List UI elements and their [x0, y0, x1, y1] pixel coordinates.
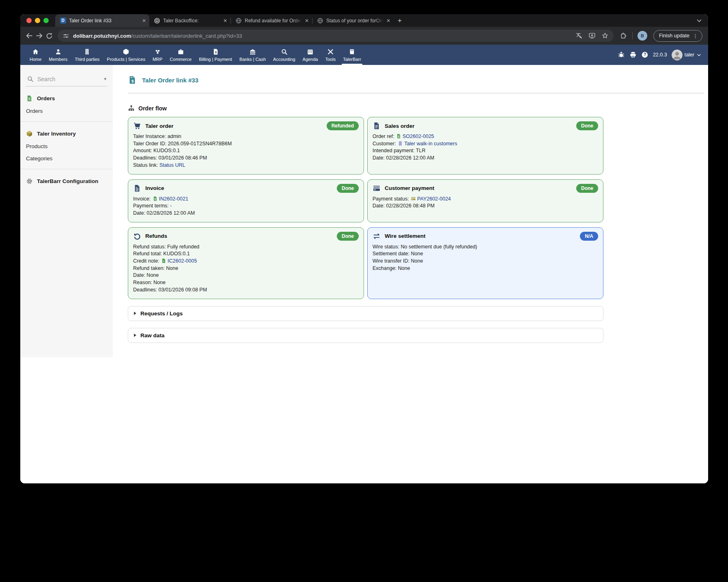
tab-close-icon[interactable]: ✕ [386, 18, 390, 24]
status-badge: Done [576, 184, 598, 193]
version-label: 22.0.3 [653, 52, 667, 58]
top-menu-mrp[interactable]: MRP [149, 45, 166, 65]
reload-button[interactable] [45, 32, 53, 40]
row-link[interactable]: SO2602-0025 [403, 134, 434, 139]
browser-tab[interactable]: Taler Backoffice:✕ [149, 14, 230, 27]
top-menu-commerce[interactable]: Commerce [166, 45, 195, 65]
card-title: Wire settlement [385, 233, 425, 239]
sidebar-section: OrdersOrders [20, 95, 113, 114]
status-badge: Done [576, 121, 598, 130]
card-row: Date: 02/28/2026 12:00 AM [133, 210, 359, 217]
tab-close-icon[interactable]: ✕ [305, 18, 309, 24]
close-window-button[interactable] [26, 18, 32, 23]
building-icon [398, 141, 403, 146]
card-header: RefundsDone [133, 232, 359, 241]
taler-order-doc-icon: $ [128, 75, 137, 84]
sidebar-section-title[interactable]: Orders [26, 95, 107, 102]
dolibarr-top-menu: HomeMembersThird partiesProducts | Servi… [20, 45, 708, 65]
card-header: InvoiceDone [133, 184, 359, 193]
search-input[interactable] [37, 76, 90, 82]
card-invoice: InvoiceDoneInvoice: IN2602-0021Payment t… [128, 179, 364, 222]
card-header: Customer paymentDone [373, 184, 598, 193]
card-title: Taler order [145, 123, 174, 129]
new-tab-button[interactable]: + [398, 17, 402, 25]
minimize-window-button[interactable] [35, 18, 40, 23]
row-label: Payment status: [373, 196, 410, 202]
finish-update-button[interactable]: Finish update ⋮ [653, 30, 702, 42]
sidebar-section-title[interactable]: Taler Inventory [26, 130, 107, 137]
tab-close-icon[interactable]: ✕ [142, 18, 146, 24]
browser-tab[interactable]: DTaler Order link #33✕ [55, 14, 149, 27]
mrp-icon [154, 48, 161, 55]
row-link[interactable]: Status URL [159, 162, 185, 168]
top-menu-home[interactable]: Home [26, 45, 45, 65]
top-menu-accounting[interactable]: Accounting [269, 45, 299, 65]
sidebar-section-title[interactable]: TalerBarr Configuration [26, 178, 107, 185]
browser-menu-icon[interactable]: ⋮ [693, 33, 698, 39]
top-menu-label: Home [30, 57, 41, 62]
profile-avatar[interactable]: B [638, 31, 647, 41]
toolbar-divider [632, 32, 633, 39]
tab-search-chevron[interactable] [696, 17, 702, 24]
top-menu-billing-payment[interactable]: $Billing | Payment [195, 45, 236, 65]
collapsible-raw-data[interactable]: Raw data [128, 328, 603, 343]
address-bar[interactable]: dolibarr.potuzhnyi.com/custom/talerbarr/… [58, 30, 614, 42]
maximize-window-button[interactable] [43, 18, 49, 23]
browser-tab[interactable]: Refund available for Order to✕ [231, 14, 312, 27]
svg-text:x: x [163, 260, 165, 262]
top-menu-members[interactable]: Members [45, 45, 71, 65]
card-title: Sales order [385, 123, 415, 129]
top-menu-talerbarr[interactable]: TalerBarr [339, 45, 365, 65]
card-row: Wire transfer ID: None [373, 258, 598, 265]
products-icon [123, 48, 129, 55]
tools-icon [327, 48, 334, 55]
browser-tab[interactable]: Status of your order forOrder✕ [312, 14, 394, 27]
search-dropdown-caret[interactable]: ▾ [104, 76, 106, 82]
row-label: Invoice: [133, 196, 152, 202]
install-app-icon[interactable] [588, 32, 596, 39]
svg-text:$: $ [131, 79, 134, 83]
sidebar-section: Taler InventoryProductsCategories [20, 130, 113, 162]
back-button[interactable] [25, 32, 33, 40]
sidebar-item-products[interactable]: Products [26, 143, 107, 149]
translate-off-icon[interactable] [575, 32, 583, 39]
help-icon[interactable]: ? [641, 51, 648, 58]
active-menu-underline [342, 64, 362, 65]
top-menu-banks-cash[interactable]: Banks | Cash [236, 45, 269, 65]
row-link[interactable]: PAY2602-0024 [417, 196, 451, 202]
exchange-icon [373, 232, 381, 240]
row-link[interactable]: Taler walk-in customers [404, 141, 457, 147]
top-menu-tools[interactable]: Tools [321, 45, 339, 65]
top-menu-label: Members [49, 57, 67, 62]
tab-close-icon[interactable]: ✕ [223, 18, 227, 24]
top-menu-agenda[interactable]: Agenda [299, 45, 322, 65]
extensions-icon[interactable] [620, 32, 627, 40]
bug-report-icon[interactable] [618, 51, 625, 58]
row-link[interactable]: IC2602-0005 [168, 258, 197, 264]
print-icon[interactable] [629, 51, 637, 58]
collapsible-requests-logs[interactable]: Requests / Logs [128, 306, 603, 321]
search-icon [27, 75, 34, 82]
user-menu[interactable]: taler [672, 50, 702, 60]
card-row: Intended payment: TLR [373, 147, 598, 155]
card-title: Refunds [145, 233, 167, 239]
home-icon [32, 48, 39, 55]
card-row: Refund status: Fully refunded [133, 244, 359, 251]
thirdparties-icon [84, 48, 90, 55]
card-wire-settlement: Wire settlementN/AWire status: No settle… [367, 227, 603, 299]
top-menu-products-services[interactable]: Products | Services [103, 45, 149, 65]
top-menu-third-parties[interactable]: Third parties [71, 45, 103, 65]
row-link[interactable]: IN2602-0021 [159, 196, 188, 202]
bookmark-star-icon[interactable] [601, 32, 609, 39]
sidebar-section-label: TalerBarr Configuration [37, 178, 98, 184]
site-settings-icon[interactable] [62, 32, 69, 39]
gear-icon [26, 178, 33, 185]
chevron-down-icon [696, 52, 702, 58]
top-menu-items: HomeMembersThird partiesProducts | Servi… [26, 45, 365, 65]
card-row: Exchange: None [373, 265, 598, 272]
tab-strip: DTaler Order link #33✕Taler Backoffice:✕… [20, 14, 708, 27]
sidebar-item-orders[interactable]: Orders [26, 108, 107, 114]
forward-button[interactable] [35, 32, 43, 40]
sidebar-item-categories[interactable]: Categories [26, 155, 107, 162]
card-header: Sales orderDone [373, 121, 598, 130]
